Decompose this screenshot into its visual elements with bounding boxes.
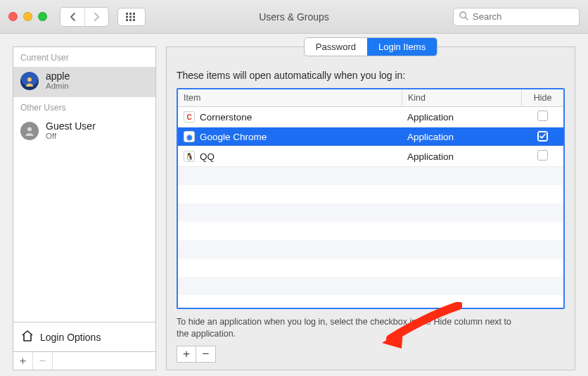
back-button[interactable] <box>60 8 84 26</box>
svg-line-10 <box>465 17 468 20</box>
svg-rect-2 <box>133 13 135 15</box>
chevron-left-icon <box>70 13 76 21</box>
table-row[interactable]: ◉Google ChromeApplication <box>178 127 563 146</box>
titlebar: Users & Groups <box>0 0 588 34</box>
app-icon: 🐧 <box>184 151 195 162</box>
sidebar-user-current[interactable]: apple Admin <box>13 67 155 96</box>
login-items-instruction: These items will open automatically when… <box>177 70 565 81</box>
tab-bar: Password Login Items <box>167 37 575 56</box>
forward-button[interactable] <box>84 8 108 26</box>
user-role: Off <box>46 132 96 141</box>
search-field-wrap[interactable] <box>453 8 580 26</box>
grid-icon <box>126 13 137 21</box>
avatar <box>20 72 39 90</box>
col-header-kind[interactable]: Kind <box>402 89 521 106</box>
hide-checkbox[interactable] <box>537 131 548 142</box>
chevron-right-icon <box>94 13 100 21</box>
sidebar-header-current: Current User <box>13 47 155 67</box>
hide-hint-text: To hide an application when you log in, … <box>177 316 514 340</box>
show-all-button[interactable] <box>117 8 146 26</box>
svg-rect-4 <box>129 15 132 18</box>
search-icon <box>459 11 468 23</box>
item-kind: Application <box>402 128 521 146</box>
svg-rect-3 <box>126 15 128 18</box>
add-login-item-button[interactable]: + <box>177 346 196 363</box>
hide-checkbox[interactable] <box>537 111 548 121</box>
login-items-add-remove: + − <box>177 346 565 363</box>
remove-user-button: − <box>33 352 53 370</box>
tab-password[interactable]: Password <box>305 38 367 56</box>
avatar <box>20 122 39 140</box>
table-row[interactable]: CCornerstoneApplication <box>178 107 563 127</box>
table-body: CCornerstoneApplication◉Google ChromeApp… <box>178 107 563 308</box>
svg-rect-7 <box>129 19 132 21</box>
sidebar-footer: + − <box>13 351 155 370</box>
minimize-window-button[interactable] <box>23 12 32 21</box>
nav-group <box>60 7 109 27</box>
tab-login-items[interactable]: Login Items <box>367 38 437 56</box>
item-name: QQ <box>200 151 215 162</box>
app-icon: ◉ <box>184 131 195 142</box>
user-name: Guest User <box>46 121 96 132</box>
login-items-table: Item Kind Hide CCornerstoneApplication◉G… <box>177 88 565 309</box>
sidebar-header-other: Other Users <box>13 96 155 117</box>
hide-checkbox[interactable] <box>537 150 548 161</box>
login-options-label: Login Options <box>40 332 101 343</box>
sidebar-user-guest[interactable]: Guest User Off <box>13 117 155 146</box>
remove-login-item-button[interactable]: − <box>196 346 216 363</box>
app-icon: C <box>184 111 195 123</box>
user-name: apple <box>46 71 70 82</box>
users-sidebar: Current User apple Admin Other Users Gue… <box>13 46 156 370</box>
svg-rect-5 <box>133 15 135 18</box>
item-name: Google Chrome <box>200 132 267 142</box>
svg-rect-1 <box>129 13 132 15</box>
svg-point-12 <box>27 127 32 132</box>
item-kind: Application <box>402 148 521 165</box>
item-name: Cornerstone <box>200 112 252 123</box>
search-input[interactable] <box>473 11 573 22</box>
table-header: Item Kind Hide <box>178 89 563 107</box>
content: Current User apple Admin Other Users Gue… <box>0 34 588 376</box>
user-role: Admin <box>46 82 70 91</box>
col-header-hide[interactable]: Hide <box>521 89 563 106</box>
login-options-button[interactable]: Login Options <box>13 322 155 351</box>
zoom-window-button[interactable] <box>38 12 47 21</box>
window-controls <box>8 12 47 21</box>
col-header-item[interactable]: Item <box>178 89 402 106</box>
item-kind: Application <box>402 108 521 126</box>
add-user-button[interactable]: + <box>13 352 33 370</box>
table-row[interactable]: 🐧QQApplication <box>178 146 563 167</box>
main-panel: Password Login Items These items will op… <box>166 46 575 370</box>
svg-rect-8 <box>133 19 135 21</box>
svg-rect-6 <box>126 19 128 21</box>
home-icon <box>20 329 34 345</box>
svg-rect-0 <box>126 13 128 15</box>
svg-point-11 <box>27 77 32 82</box>
close-window-button[interactable] <box>8 12 18 21</box>
